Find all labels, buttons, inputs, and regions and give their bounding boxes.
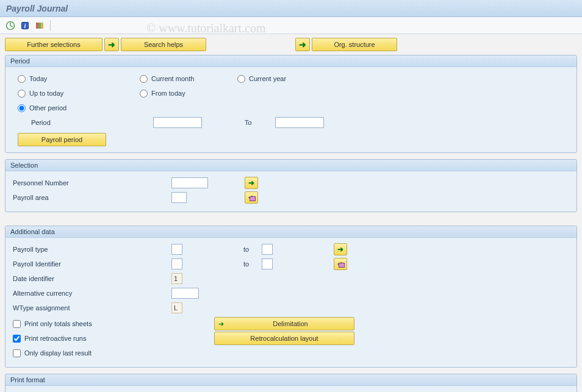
current-month-radio[interactable]: [140, 75, 148, 83]
variant-icon[interactable]: [34, 20, 45, 31]
only-last-result-label: Only display last result: [24, 349, 92, 357]
arrow-right-icon: ➜: [248, 194, 254, 201]
action-button-row: Further selections ➜ Search helps ➜ Org.…: [5, 38, 577, 51]
payroll-area-input[interactable]: [171, 192, 187, 203]
print-retroactive-checkbox[interactable]: [13, 335, 21, 343]
date-identifier-input[interactable]: [171, 273, 182, 284]
period-group: Period Today Current month Current year: [5, 55, 577, 153]
arrow-right-icon: ➜: [337, 246, 343, 253]
today-radio[interactable]: [18, 75, 26, 83]
payroll-type-to-label: to: [243, 246, 262, 253]
today-label: Today: [29, 75, 47, 82]
alternative-currency-input[interactable]: [171, 288, 199, 299]
up-to-today-label: Up to today: [29, 90, 63, 97]
personnel-number-label: Personnel Number: [13, 179, 171, 187]
retrocalculation-layout-button[interactable]: Retrocalculation layout: [214, 332, 354, 345]
print-retroactive-label: Print retroactive runs: [24, 335, 86, 342]
period-header: Period: [5, 55, 577, 67]
main-content: Further selections ➜ Search helps ➜ Org.…: [0, 34, 582, 392]
additional-data-header: Additional data: [5, 226, 577, 238]
payroll-type-from-input[interactable]: [171, 244, 182, 255]
wtype-assignment-label: WType assignment: [13, 304, 171, 312]
arrow-right-icon: ➜: [248, 179, 254, 187]
payroll-type-to-input[interactable]: [262, 244, 273, 255]
print-totals-checkbox[interactable]: [13, 320, 21, 328]
payroll-area-multiple-button[interactable]: ➜: [245, 191, 258, 204]
payroll-period-button[interactable]: Payroll period: [18, 133, 106, 146]
toolbar-divider: [50, 20, 51, 31]
title-bar: Payroll Journal: [0, 0, 582, 17]
wtype-assignment-input[interactable]: [171, 302, 182, 313]
other-period-label: Other period: [29, 104, 66, 112]
arrow-right-icon: ➜: [108, 40, 115, 49]
print-totals-label: Print only totals sheets: [24, 320, 92, 327]
delimitation-button-label: Delimitation: [273, 320, 307, 327]
selection-header: Selection: [5, 160, 577, 171]
current-year-label: Current year: [249, 75, 286, 82]
period-to-label: To: [245, 119, 275, 126]
org-structure-arrow-button[interactable]: ➜: [295, 38, 310, 51]
payroll-type-multiple-button[interactable]: ➜: [334, 243, 347, 255]
svg-rect-3: [36, 23, 38, 29]
delimitation-button[interactable]: Delimitation: [214, 317, 354, 330]
further-selections-button[interactable]: Further selections: [5, 38, 102, 51]
arrow-right-icon: ➜: [337, 260, 343, 268]
print-format-group: Print format Page header Continuation ex…: [5, 374, 577, 392]
arrow-right-icon: ➜: [299, 40, 306, 49]
further-selections-arrow-button[interactable]: ➜: [104, 38, 119, 51]
search-helps-button[interactable]: Search helps: [121, 38, 206, 51]
period-from-input[interactable]: [153, 117, 202, 128]
svg-text:i: i: [24, 23, 26, 29]
only-last-result-checkbox[interactable]: [13, 349, 21, 357]
payroll-type-label: Payroll type: [13, 246, 171, 253]
org-structure-button[interactable]: Org. structure: [312, 38, 397, 51]
info-icon[interactable]: i: [20, 20, 31, 31]
payroll-identifier-from-input[interactable]: [171, 258, 182, 269]
print-format-header: Print format: [5, 374, 577, 386]
execute-icon[interactable]: [5, 20, 16, 31]
payroll-identifier-to-input[interactable]: [262, 258, 273, 269]
additional-data-group: Additional data Payroll type to ➜ Payrol…: [5, 226, 577, 368]
page-title: Payroll Journal: [6, 4, 68, 13]
current-year-radio[interactable]: [237, 75, 245, 83]
from-today-radio[interactable]: [140, 90, 148, 98]
period-to-input[interactable]: [275, 117, 324, 128]
payroll-identifier-label: Payroll Identifier: [13, 260, 171, 268]
current-month-label: Current month: [151, 75, 194, 82]
date-identifier-label: Date identifier: [13, 275, 171, 282]
other-period-radio[interactable]: [18, 104, 26, 112]
period-field-label: Period: [18, 119, 153, 126]
application-toolbar: i: [0, 17, 582, 34]
from-today-label: From today: [151, 90, 185, 97]
payroll-identifier-multiple-button[interactable]: ➜: [334, 258, 347, 270]
personnel-number-multiple-button[interactable]: ➜: [245, 177, 258, 189]
alternative-currency-label: Alternative currency: [13, 290, 171, 297]
payroll-area-label: Payroll area: [13, 194, 171, 201]
svg-rect-5: [41, 23, 43, 29]
payroll-identifier-to-label: to: [243, 260, 262, 268]
svg-rect-4: [38, 23, 41, 29]
personnel-number-input[interactable]: [171, 177, 208, 188]
selection-group: Selection Personnel Number ➜ Payroll are…: [5, 159, 577, 212]
up-to-today-radio[interactable]: [18, 90, 26, 98]
